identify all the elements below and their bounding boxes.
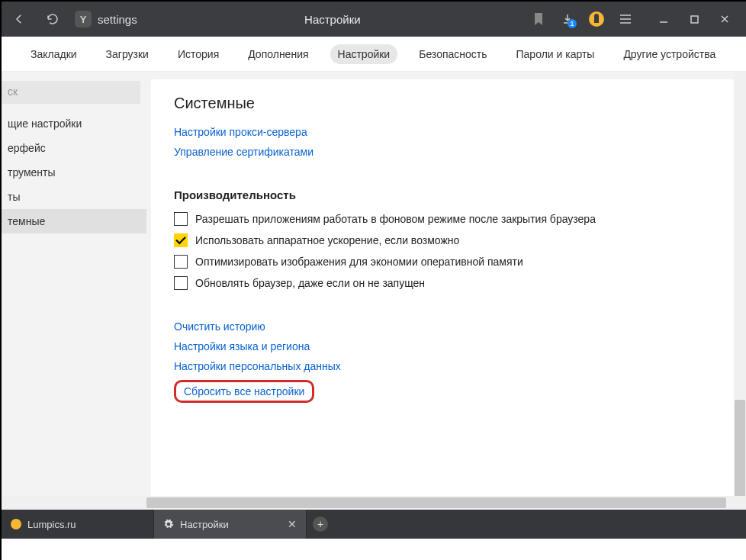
checkbox-icon [174,233,188,247]
link-lang-region[interactable]: Настройки языка и региона [174,340,310,352]
sidebar-item-sites[interactable]: ты [2,185,146,209]
yandex-icon: Y [75,11,92,27]
sidebar: ск щие настройки ерфейс трументы ты темн… [2,72,146,510]
sidebar-item-interface[interactable]: ерфейс [2,136,146,160]
checkbox-icon [174,212,188,226]
tab-close-icon[interactable]: ✕ [288,518,297,530]
tab-label: Lumpics.ru [27,519,76,530]
sidebar-item-general[interactable]: щие настройки [2,111,146,136]
reload-button[interactable] [41,8,64,31]
highlight-reset: Сбросить все настройки [174,380,314,403]
sidebar-item-system[interactable]: темные [2,209,146,233]
checkbox-update-browser[interactable]: Обновлять браузер, даже если он не запущ… [174,276,723,290]
tab-lumpics[interactable]: Lumpics.ru [2,510,154,539]
section-heading: Системные [174,95,723,112]
menu-icon[interactable] [615,8,636,30]
tab-label: Настройки [180,519,229,530]
download-badge: 1 [568,19,577,28]
link-certificates[interactable]: Управление сертификатами [174,146,314,158]
bookmark-icon[interactable] [528,8,549,30]
address-box[interactable]: Y settings [75,11,137,27]
tab-settings[interactable]: Настройки ✕ [154,510,307,539]
scroll-corner [734,496,746,510]
svg-rect-0 [691,16,698,23]
link-proxy[interactable]: Настройки прокси-сервера [174,126,307,138]
link-personal-data[interactable]: Настройки персональных данных [174,360,341,372]
sidebar-search[interactable]: ск [2,81,140,104]
new-tab-button[interactable]: + [307,510,334,539]
navtab-downloads[interactable]: Загрузки [98,44,156,64]
navtab-bookmarks[interactable]: Закладки [23,44,85,64]
vertical-scrollbar[interactable] [734,72,746,496]
checkbox-background-apps[interactable]: Разрешать приложениям работать в фоновом… [174,212,723,226]
address-text: settings [98,13,137,26]
window-maximize[interactable] [679,8,709,31]
downloads-icon[interactable]: 1 [557,8,578,30]
perf-title: Производительность [174,188,723,201]
navtab-settings[interactable]: Настройки [330,44,398,64]
content-panel: Системные Настройки прокси-сервера Управ… [151,79,746,503]
tab-bar: Lumpics.ru Настройки ✕ + [2,510,746,539]
titlebar: Y settings Настройки 1 [2,2,746,37]
navtab-security[interactable]: Безопасность [411,44,494,64]
gear-icon [163,519,174,529]
nav-tabs: Закладки Загрузки История Дополнения Нас… [2,37,746,72]
navtab-devices[interactable]: Другие устройства [616,44,723,64]
link-reset-settings[interactable]: Сбросить все настройки [184,385,304,397]
checkbox-optimize-images[interactable]: Оптимизировать изображения для экономии … [174,255,723,269]
sidebar-item-tools[interactable]: трументы [2,160,146,185]
protect-icon[interactable] [586,8,607,30]
window-close[interactable] [709,8,740,31]
navtab-addons[interactable]: Дополнения [240,44,316,64]
checkbox-hw-accel[interactable]: Использовать аппаратное ускорение, если … [174,233,723,247]
navtab-history[interactable]: История [170,44,227,64]
back-button[interactable] [8,8,31,31]
page-title: Настройки [137,13,528,26]
window-minimize[interactable] [648,8,679,31]
checkbox-icon [174,255,188,269]
favicon-icon [11,519,21,529]
checkbox-icon [174,276,188,290]
horizontal-scrollbar[interactable] [2,496,734,510]
navtab-passwords[interactable]: Пароли и карты [509,44,603,64]
link-clear-history[interactable]: Очистить историю [174,320,265,333]
